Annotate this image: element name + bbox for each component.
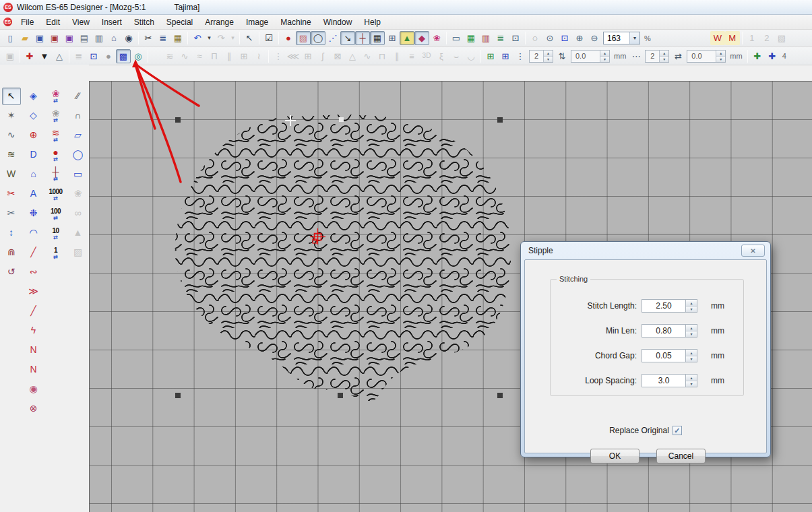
parallel-lines-tool[interactable]: ∕∕ [69, 88, 88, 105]
show-design-button[interactable]: ◆ [414, 31, 429, 45]
penetration-points-button[interactable]: ⋰ [325, 31, 340, 45]
col-spacing-field[interactable]: 0.0▴▾ [687, 50, 726, 63]
show-connectors-button[interactable]: ▼ [37, 49, 52, 63]
print-button[interactable]: ▤ [77, 31, 92, 45]
zoom-stitches-button[interactable]: ◌ [528, 31, 542, 45]
needle-points-button[interactable]: ┼ [355, 31, 370, 45]
scale-10-tool[interactable]: 10⇄ [46, 224, 65, 242]
monitor-button[interactable]: ▭ [449, 31, 464, 45]
dashed-line-tool[interactable]: ╱ [24, 244, 43, 261]
lettering-tool[interactable]: A [24, 185, 43, 203]
spin-up-icon[interactable]: ▴ [686, 375, 697, 381]
zoom-level-combo-value[interactable] [604, 32, 629, 44]
field-input[interactable] [642, 349, 686, 362]
undo-button[interactable]: ↶ [190, 31, 205, 45]
zigzag-select-tool[interactable]: ≋ [2, 146, 21, 164]
scale-1-tool[interactable]: 1⇄ [46, 244, 65, 261]
open-button[interactable]: ▰ [18, 31, 32, 45]
dialog-title-bar[interactable]: Stipple ✕ [521, 242, 770, 259]
color-pointer-button[interactable]: ↖ [242, 31, 257, 45]
rotate-object-tool[interactable]: ⊕ [24, 127, 43, 144]
spin-up-icon[interactable]: ▴ [716, 51, 725, 56]
print-preview-button[interactable]: ▥ [92, 31, 106, 45]
puffy-shape-tool[interactable]: ⌂ [24, 166, 43, 183]
spin-down-icon[interactable]: ▾ [686, 356, 697, 362]
copy-button[interactable]: ≣ [156, 31, 170, 45]
ok-button[interactable]: OK [590, 449, 639, 463]
sew-machine-button[interactable]: ⌂ [106, 31, 121, 45]
close-icon[interactable]: ✕ [741, 245, 765, 257]
bead-line-tool[interactable]: ∾ [24, 263, 43, 281]
ellipse-tool[interactable]: ◯ [69, 146, 88, 164]
row-spacing-icon[interactable]: ⇅ [555, 49, 569, 63]
spin-down-icon[interactable]: ▾ [686, 381, 697, 387]
spinner-buttons[interactable]: ▴▾ [686, 374, 697, 387]
spinner-buttons[interactable]: ▴▾ [659, 51, 668, 62]
field-input[interactable] [642, 324, 686, 338]
mirror-merge-button[interactable]: ✚ [750, 49, 765, 63]
updown-needle-tool[interactable]: ↕ [2, 224, 21, 242]
bean-stitch-tool[interactable]: ●⇄ [46, 146, 65, 164]
flower-needle-tool[interactable]: ❀⇄ [46, 107, 65, 125]
menu-arrange[interactable]: Arrange [199, 15, 240, 29]
save-machine-button[interactable]: ▣ [47, 31, 62, 45]
menu-help[interactable]: Help [358, 15, 387, 29]
col-spacing-icon[interactable]: ⇄ [670, 49, 685, 63]
node-edit-tool[interactable]: ∿ [2, 127, 21, 144]
fan-tool[interactable]: ⋒ [2, 244, 21, 261]
pointer-mode-button[interactable]: ↘ [340, 31, 355, 45]
spinner-buttons[interactable]: ▴▾ [686, 349, 697, 362]
zigzag-spacing-tool[interactable]: ≋⇄ [46, 127, 65, 144]
wheel-tool[interactable]: ⊗ [24, 400, 43, 418]
reshape-nodes-tool[interactable]: ◇ [24, 107, 43, 125]
title-bar[interactable]: ES Wilcom ES-65 Designer - [Mozg-5:1 Taj… [0, 0, 812, 15]
grid-toggle-button[interactable]: ▦ [370, 31, 385, 45]
field-input[interactable] [642, 299, 686, 313]
circle-fill-button[interactable]: ● [101, 49, 116, 63]
menu-view[interactable]: View [66, 15, 96, 29]
stitch-width-tool[interactable]: W [2, 166, 21, 183]
stitch-cursor-button[interactable]: ● [281, 31, 296, 45]
lightning-line-tool[interactable]: ϟ [24, 322, 43, 340]
spin-down-icon[interactable]: ▾ [716, 56, 725, 62]
spin-up-icon[interactable]: ▴ [686, 350, 697, 356]
zoom-level-combo[interactable]: ▾ [603, 32, 640, 44]
menu-image[interactable]: Image [240, 15, 274, 29]
menu-window[interactable]: Window [317, 15, 358, 29]
stitch-cut-tool[interactable]: ✂ [2, 185, 21, 203]
row-spacing-field[interactable]: 0.0▴▾ [571, 50, 610, 63]
auto-options-button[interactable]: ☑ [261, 31, 276, 45]
new-button[interactable]: ▯ [3, 31, 18, 45]
needle-spacing-tool[interactable]: ┼⇄ [46, 166, 65, 183]
write-to-machine-button[interactable]: W [710, 31, 725, 45]
circle-pair-tool[interactable]: ◉ [24, 381, 43, 398]
striped-n-tool[interactable]: N [24, 361, 43, 379]
flower-spacing-tool[interactable]: ❀⇄ [46, 88, 65, 105]
column-dots-icon[interactable]: ⋯ [629, 49, 644, 63]
array-tool-button[interactable]: ✚ [765, 49, 780, 63]
zoom-box-button[interactable]: ⊡ [557, 31, 572, 45]
mirror-cols-spinner[interactable]: 2▴▾ [645, 50, 669, 63]
save-machine-alt-button[interactable]: ▣ [62, 31, 77, 45]
scale-1000-tool[interactable]: 1000⇄ [46, 185, 65, 203]
cancel-button[interactable]: Cancel [656, 449, 706, 463]
menu-edit[interactable]: Edit [40, 15, 66, 29]
spinner-buttons[interactable]: ▴▾ [686, 299, 697, 313]
field-input[interactable] [642, 374, 686, 387]
machine-queue-button[interactable]: M [725, 31, 740, 45]
design-properties-button[interactable]: ⊡ [508, 31, 523, 45]
offset-object-button[interactable]: ⊡ [86, 49, 101, 63]
kaleidoscope-button[interactable]: ⊞ [498, 49, 513, 63]
spinner-buttons[interactable]: ▴▾ [716, 51, 725, 62]
spin-down-icon[interactable]: ▾ [544, 56, 553, 62]
show-bitmap-button[interactable]: ❀ [429, 31, 444, 45]
spin-up-icon[interactable]: ▴ [600, 51, 609, 56]
scissors-needle-tool[interactable]: ✂ [2, 205, 21, 222]
mirror-tool-button[interactable]: ⊞ [483, 49, 498, 63]
connect-machine-button[interactable]: ◉ [121, 31, 136, 45]
spin-down-icon[interactable]: ▾ [686, 306, 697, 313]
outline-shape-button[interactable]: ◯ [311, 31, 325, 45]
menu-file[interactable]: File [15, 15, 40, 29]
menu-special[interactable]: Special [160, 15, 199, 29]
shape-doc-tool[interactable]: ▱ [69, 127, 88, 144]
